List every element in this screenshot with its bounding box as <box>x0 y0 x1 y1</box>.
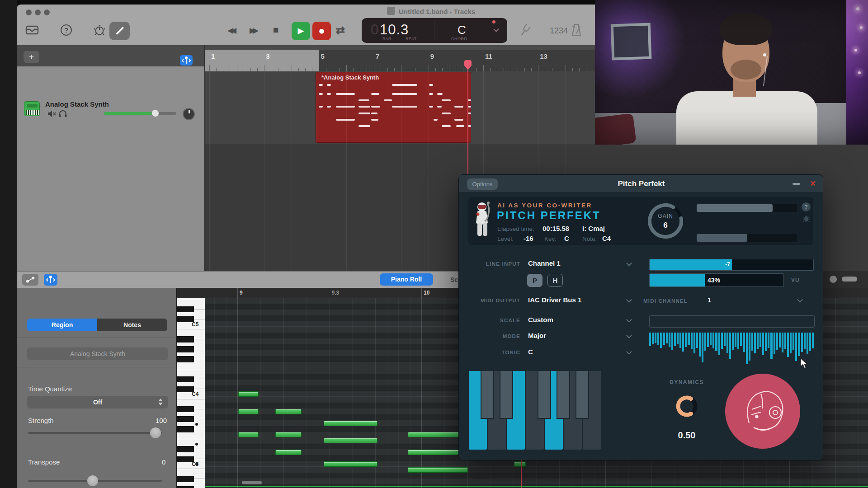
pencil-tool-button[interactable] <box>109 22 130 40</box>
traffic-light-zoom[interactable] <box>44 9 50 15</box>
track-pan-knob[interactable] <box>183 108 195 120</box>
midi-note[interactable] <box>238 432 259 437</box>
midi-channel-chevron-icon[interactable] <box>797 297 803 303</box>
plugin-keyboard[interactable] <box>469 371 601 450</box>
piano-key-black[interactable] <box>177 406 194 412</box>
midi-note[interactable] <box>324 461 377 467</box>
bug-report-icon[interactable] <box>802 215 810 224</box>
piano-key-black[interactable] <box>177 376 194 382</box>
region-note-dash <box>327 106 331 108</box>
input-level-fill: -7 <box>650 259 732 270</box>
region-note-dash <box>437 106 442 108</box>
plugin-help-icon[interactable]: ? <box>802 202 811 211</box>
dynamics-knob[interactable] <box>674 394 699 419</box>
plugin-key-black[interactable] <box>557 371 569 418</box>
tuner-knob-icon[interactable] <box>93 24 106 39</box>
midi-note[interactable] <box>275 409 302 414</box>
lcd-chevron-down-icon[interactable] <box>493 26 499 32</box>
tonic-value[interactable]: C <box>528 348 533 356</box>
plugin-close-icon[interactable]: ✕ <box>810 179 816 188</box>
track-volume-thumb[interactable] <box>151 109 159 117</box>
midi-note[interactable] <box>238 409 259 414</box>
h-button[interactable]: H <box>547 274 563 287</box>
add-track-button[interactable]: + <box>24 51 39 63</box>
tonic-chevron-icon[interactable] <box>626 349 632 355</box>
horizontal-scrollbar[interactable] <box>242 481 262 484</box>
piano-key-black[interactable] <box>177 356 194 362</box>
midi-note[interactable] <box>408 467 468 473</box>
mode-chevron-icon[interactable] <box>626 333 632 338</box>
transpose-thumb[interactable] <box>87 475 98 486</box>
track-volume-slider[interactable] <box>104 112 176 115</box>
editor-track-name-field[interactable]: Analog Stack Synth <box>27 347 168 360</box>
midi-note[interactable] <box>238 391 259 397</box>
automation-button[interactable] <box>22 274 38 286</box>
arrange-catch-button[interactable] <box>180 55 193 66</box>
plugin-minimize-icon[interactable] <box>793 183 800 185</box>
plugin-key-black[interactable] <box>481 371 493 418</box>
pitch-offset-slider[interactable]: 2 <box>649 315 815 328</box>
piano-key-black[interactable] <box>177 316 194 322</box>
line-input-chevron-icon[interactable] <box>626 260 632 266</box>
record-button[interactable]: ● <box>312 22 331 40</box>
rewind-button[interactable]: ◀◀ <box>227 26 234 35</box>
tuning-fork-icon[interactable] <box>519 23 532 39</box>
play-button[interactable]: ▶ <box>292 22 310 40</box>
midi-note[interactable] <box>275 450 302 455</box>
strength-thumb[interactable] <box>150 427 161 438</box>
piano-key-black[interactable] <box>177 486 194 488</box>
forward-button[interactable]: ▶▶ <box>250 26 256 35</box>
playhead-line[interactable] <box>467 69 468 174</box>
p-button[interactable]: P <box>527 274 542 287</box>
spectrum-bar <box>696 333 698 348</box>
midi-note[interactable] <box>324 438 377 443</box>
piano-key-black[interactable] <box>177 336 194 342</box>
piano-key-black[interactable] <box>177 346 194 352</box>
library-icon[interactable] <box>25 24 39 38</box>
transpose-slider[interactable] <box>28 480 162 482</box>
metronome-icon[interactable] <box>570 23 583 39</box>
plugin-key-black[interactable] <box>500 371 512 418</box>
editor-scroll-pill[interactable] <box>842 277 857 282</box>
plugin-key-black[interactable] <box>576 371 588 418</box>
piano-key-black[interactable] <box>177 446 194 452</box>
scale-value[interactable]: Custom <box>528 316 553 324</box>
piano-key-black[interactable] <box>177 386 194 392</box>
tab-score-partial[interactable]: Sc <box>450 276 458 283</box>
help-icon[interactable]: ? <box>61 24 72 36</box>
line-input-value[interactable]: Channel 1 <box>528 259 561 267</box>
piano-key-black[interactable] <box>177 306 194 312</box>
stop-button[interactable]: ■ <box>273 24 279 35</box>
midi-output-value[interactable]: IAC Driver Bus 1 <box>528 296 581 304</box>
midi-note[interactable] <box>275 432 302 437</box>
tab-piano-roll[interactable]: Piano Roll <box>380 273 433 286</box>
midi-note[interactable] <box>514 461 526 467</box>
editor-zoom-knob[interactable] <box>830 276 837 283</box>
track-headphones-icon[interactable] <box>58 109 67 120</box>
scale-chevron-icon[interactable] <box>626 317 632 323</box>
midi-note[interactable] <box>324 421 377 426</box>
piano-key-black[interactable] <box>177 476 194 482</box>
track-mute-icon[interactable] <box>47 110 57 120</box>
count-in-button[interactable]: 1234 <box>550 26 568 36</box>
track-name[interactable]: Analog Stack Synth <box>45 100 109 108</box>
piano-key-black[interactable] <box>177 416 194 422</box>
traffic-light-close[interactable] <box>26 9 32 15</box>
strength-slider[interactable] <box>28 432 162 434</box>
gain-knob[interactable]: GAIN 6 <box>644 199 687 243</box>
plugin-key-black[interactable] <box>538 371 550 418</box>
lcd-display[interactable]: 0 10.3 BAR BEAT C CHORD <box>362 18 507 43</box>
midi-region[interactable]: *Analog Stack Synth <box>316 72 471 143</box>
editor-catch-button[interactable] <box>44 274 57 286</box>
midi-channel-value[interactable]: 1 <box>708 296 711 304</box>
piano-key-black[interactable] <box>177 456 194 462</box>
spectrum-bar <box>790 333 792 353</box>
mode-value[interactable]: Major <box>528 332 546 339</box>
time-quantize-select[interactable]: Off <box>27 396 168 408</box>
piano-key-black[interactable] <box>177 426 194 432</box>
tab-notes[interactable]: Notes <box>97 319 167 331</box>
tab-region[interactable]: Region <box>27 319 97 331</box>
traffic-light-minimize[interactable] <box>35 9 41 15</box>
cycle-button[interactable]: ⇄ <box>336 24 345 37</box>
midi-output-chevron-icon[interactable] <box>626 297 632 303</box>
